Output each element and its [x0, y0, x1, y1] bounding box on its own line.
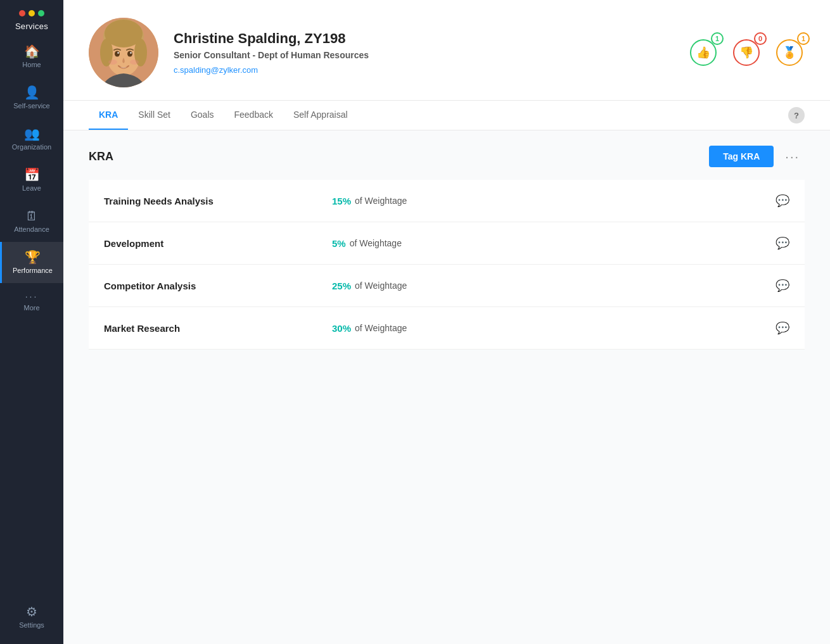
profile-role-title: Senior Consultant — [174, 50, 250, 60]
kra-item-name-competitor: Competitor Analysis — [104, 281, 332, 291]
kra-item-name-development: Development — [104, 238, 332, 249]
sidebar-item-leave[interactable]: 📅 Leave — [0, 160, 63, 201]
kra-item-name-market: Market Research — [104, 323, 332, 334]
svg-point-6 — [115, 51, 120, 57]
avatar — [89, 18, 158, 87]
star-icon-wrap: 1 🏅 — [774, 37, 805, 68]
tab-self-appraisal[interactable]: Self Appraisal — [283, 101, 358, 130]
sidebar: Services 🏠 Home 👤 Self-service 👥 Organiz… — [0, 0, 63, 644]
badge-thumbs-down[interactable]: 0 👎 — [731, 37, 762, 68]
svg-point-10 — [108, 60, 117, 65]
sidebar-item-performance[interactable]: 🏆 Performance — [0, 242, 63, 283]
self-service-icon: 👤 — [24, 86, 40, 99]
svg-point-9 — [130, 52, 131, 53]
sidebar-nav: 🏠 Home 👤 Self-service 👥 Organization 📅 L… — [0, 36, 63, 597]
tab-goals[interactable]: Goals — [181, 101, 224, 130]
kra-pct-training: 15% — [332, 196, 351, 206]
tab-kra[interactable]: KRA — [89, 101, 128, 130]
tabs-bar: KRA Skill Set Goals Feedback Self Apprai… — [63, 101, 830, 130]
svg-text:👍: 👍 — [696, 46, 711, 60]
svg-text:👎: 👎 — [739, 46, 754, 60]
sidebar-item-more[interactable]: ··· More — [0, 283, 63, 320]
kra-item-weightage-competitor: 25% of Weightage — [332, 281, 776, 291]
profile-role: Senior Consultant - Dept of Human Resour… — [174, 50, 688, 60]
sidebar-item-more-label: More — [23, 304, 39, 312]
comment-icon-development[interactable]: 💬 — [776, 236, 789, 250]
sidebar-bottom: ⚙ Settings — [0, 597, 63, 644]
kra-section: KRA Tag KRA ··· Training Needs Analysis … — [63, 130, 830, 644]
help-button[interactable]: ? — [788, 107, 805, 123]
svg-point-11 — [130, 60, 139, 65]
kra-item-weightage-training: 15% of Weightage — [332, 196, 776, 206]
kra-more-button[interactable]: ··· — [780, 147, 805, 167]
svg-point-8 — [117, 52, 118, 53]
profile-info: Christine Spalding, ZY198 Senior Consult… — [174, 30, 688, 75]
more-icon: ··· — [25, 292, 39, 301]
thumbs-up-icon-wrap: 1 👍 — [688, 37, 718, 68]
sidebar-logo — [19, 0, 44, 22]
sidebar-item-attendance-label: Attendance — [14, 225, 49, 233]
home-icon: 🏠 — [24, 45, 40, 58]
star-count: 1 — [797, 32, 810, 45]
logo-dot-yellow — [29, 10, 35, 16]
kra-item-market: Market Research 30% of Weightage 💬 — [89, 307, 805, 350]
leave-icon: 📅 — [24, 168, 40, 181]
sidebar-item-home[interactable]: 🏠 Home — [0, 36, 63, 77]
badge-star[interactable]: 1 🏅 — [774, 37, 805, 68]
profile-department: Dept of Human Resources — [258, 50, 369, 60]
services-label: Services — [15, 22, 48, 31]
kra-item-training: Training Needs Analysis 15% of Weightage… — [89, 180, 805, 222]
sidebar-item-settings[interactable]: ⚙ Settings — [0, 597, 63, 638]
svg-text:🏅: 🏅 — [782, 46, 797, 60]
comment-icon-training[interactable]: 💬 — [776, 194, 789, 208]
tab-skill-set[interactable]: Skill Set — [128, 101, 181, 130]
thumbs-down-icon-wrap: 0 👎 — [731, 37, 762, 68]
profile-name: Christine Spalding, ZY198 — [174, 30, 688, 47]
kra-pct-market: 30% — [332, 323, 351, 334]
sidebar-item-attendance[interactable]: 🗓 Attendance — [0, 201, 63, 242]
logo-dot-green — [38, 10, 44, 16]
badge-thumbs-up[interactable]: 1 👍 — [688, 37, 718, 68]
sidebar-settings-label: Settings — [19, 621, 44, 629]
sidebar-item-self-service-label: Self-service — [13, 102, 49, 110]
kra-item-name-training: Training Needs Analysis — [104, 196, 332, 206]
thumbs-up-count: 1 — [711, 32, 724, 45]
kra-pct-development: 5% — [332, 238, 346, 249]
sidebar-item-home-label: Home — [22, 61, 41, 68]
kra-weightage-text-market: of Weightage — [355, 323, 407, 333]
kra-item-weightage-development: 5% of Weightage — [332, 238, 776, 249]
kra-weightage-text-competitor: of Weightage — [355, 281, 407, 291]
logo-dot-red — [19, 10, 25, 16]
kra-weightage-text-development: of Weightage — [350, 238, 402, 248]
comment-icon-market[interactable]: 💬 — [776, 321, 789, 335]
comment-icon-competitor[interactable]: 💬 — [776, 279, 789, 293]
tab-feedback[interactable]: Feedback — [224, 101, 283, 130]
sidebar-item-leave-label: Leave — [22, 184, 41, 192]
sidebar-item-self-service[interactable]: 👤 Self-service — [0, 77, 63, 118]
tag-kra-button[interactable]: Tag KRA — [709, 146, 774, 167]
performance-icon: 🏆 — [25, 251, 41, 263]
profile-header: Christine Spalding, ZY198 Senior Consult… — [63, 0, 830, 101]
main-content: Christine Spalding, ZY198 Senior Consult… — [63, 0, 830, 644]
kra-item-competitor: Competitor Analysis 25% of Weightage 💬 — [89, 265, 805, 307]
kra-title: KRA — [89, 150, 113, 163]
kra-item-development: Development 5% of Weightage 💬 — [89, 222, 805, 265]
settings-icon: ⚙ — [26, 605, 37, 618]
kra-actions: Tag KRA ··· — [709, 146, 805, 167]
kra-pct-competitor: 25% — [332, 281, 351, 291]
kra-header: KRA Tag KRA ··· — [89, 146, 805, 167]
kra-list: Training Needs Analysis 15% of Weightage… — [89, 180, 805, 350]
sidebar-item-performance-label: Performance — [13, 267, 53, 274]
sidebar-item-organization[interactable]: 👥 Organization — [0, 118, 63, 160]
profile-role-sep: - — [252, 50, 258, 60]
attendance-icon: 🗓 — [25, 210, 38, 222]
thumbs-down-count: 0 — [754, 32, 767, 45]
svg-point-7 — [127, 51, 132, 57]
profile-badges: 1 👍 0 👎 — [688, 37, 805, 68]
profile-email[interactable]: c.spalding@zylker.com — [174, 65, 258, 75]
kra-weightage-text-training: of Weightage — [355, 196, 407, 206]
kra-item-weightage-market: 30% of Weightage — [332, 323, 776, 334]
sidebar-item-organization-label: Organization — [12, 143, 51, 151]
organization-icon: 👥 — [24, 127, 40, 140]
